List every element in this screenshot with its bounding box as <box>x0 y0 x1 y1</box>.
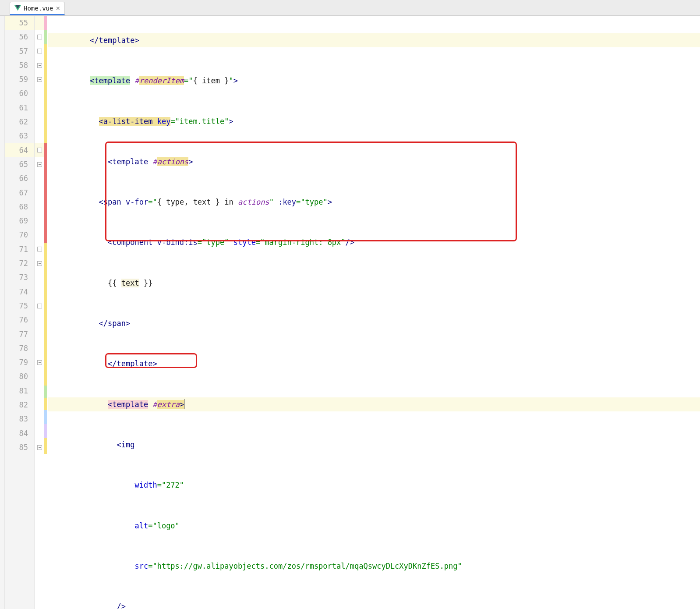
left-margin <box>0 16 5 609</box>
fold-toggle-icon[interactable] <box>37 261 42 266</box>
line-number: 78 <box>5 341 34 355</box>
code-line: <img <box>48 438 700 452</box>
tab-bar: Home.vue × <box>0 0 700 16</box>
line-number: 67 <box>5 186 34 200</box>
code-line: width="272" <box>48 478 700 492</box>
code-line: </template> <box>48 357 700 371</box>
close-icon[interactable]: × <box>56 4 60 12</box>
fold-toggle-icon[interactable] <box>37 148 42 152</box>
line-number: 77 <box>5 327 34 341</box>
code-line: <component v-bind:is="type" style="margi… <box>48 235 700 249</box>
fold-toggle-icon[interactable] <box>37 445 42 450</box>
line-number: 56 <box>5 30 34 44</box>
text-cursor <box>184 399 184 409</box>
line-number: 69 <box>5 214 34 228</box>
code-area[interactable]: </template> <template #renderItem="{ ite… <box>48 16 700 609</box>
code-line-current: <template #extra> <box>48 397 700 411</box>
var-item: item <box>202 76 220 85</box>
line-number: 76 <box>5 313 34 327</box>
code-line: {{ text }} <box>48 276 700 290</box>
code-line: src="https://gw.alipayobjects.com/zos/rm… <box>48 559 700 573</box>
code-line: </template> <box>48 33 700 47</box>
line-number: 82 <box>5 398 34 412</box>
line-number: 84 <box>5 426 34 440</box>
line-number: 57 <box>5 44 34 58</box>
fold-toggle-icon[interactable] <box>37 247 42 251</box>
line-number: 80 <box>5 369 34 383</box>
line-number: 73 <box>5 270 34 284</box>
line-number: 55 <box>5 16 34 30</box>
line-number: 66 <box>5 171 34 185</box>
line-number: 65 <box>5 157 34 171</box>
line-number: 70 <box>5 228 34 242</box>
code-line: <span v-for="{ type, text } in actions" … <box>48 195 700 209</box>
fold-toggle-icon[interactable] <box>37 35 42 39</box>
line-number: 85 <box>5 440 34 454</box>
code-line: <a-list-item key="item.title"> <box>48 114 700 128</box>
fold-toggle-icon[interactable] <box>37 49 42 53</box>
line-number: 71 <box>5 242 34 256</box>
tab-filename: Home.vue <box>24 5 53 12</box>
code-line: /> <box>48 599 700 609</box>
line-number: 61 <box>5 101 34 115</box>
code-line: <template #actions> <box>48 155 700 169</box>
fold-toggle-icon[interactable] <box>37 77 42 82</box>
line-number: 60 <box>5 86 34 100</box>
fold-toggle-icon[interactable] <box>37 63 42 68</box>
fold-column <box>35 16 44 609</box>
code-editor[interactable]: 5556575859606162636465666768697071727374… <box>0 16 700 609</box>
indent-rainbow <box>44 16 48 609</box>
vue-icon <box>14 5 21 11</box>
line-number: 63 <box>5 129 34 143</box>
fold-toggle-icon[interactable] <box>37 360 42 365</box>
code-line: <template #renderItem="{ item }"> <box>48 74 700 88</box>
file-tab[interactable]: Home.vue × <box>10 2 65 15</box>
code-line: alt="logo" <box>48 519 700 533</box>
line-number: 83 <box>5 412 34 426</box>
line-number-gutter: 5556575859606162636465666768697071727374… <box>5 16 35 609</box>
line-number: 74 <box>5 285 34 299</box>
line-number: 59 <box>5 72 34 86</box>
fold-toggle-icon[interactable] <box>37 304 42 308</box>
line-number: 62 <box>5 115 34 129</box>
fold-toggle-icon[interactable] <box>37 162 42 167</box>
line-number: 79 <box>5 355 34 369</box>
code-line: </span> <box>48 316 700 330</box>
line-number: 75 <box>5 299 34 313</box>
line-number: 64 <box>5 143 34 157</box>
line-number: 58 <box>5 58 34 72</box>
line-number: 81 <box>5 384 34 398</box>
line-number: 72 <box>5 256 34 270</box>
line-number: 68 <box>5 200 34 214</box>
